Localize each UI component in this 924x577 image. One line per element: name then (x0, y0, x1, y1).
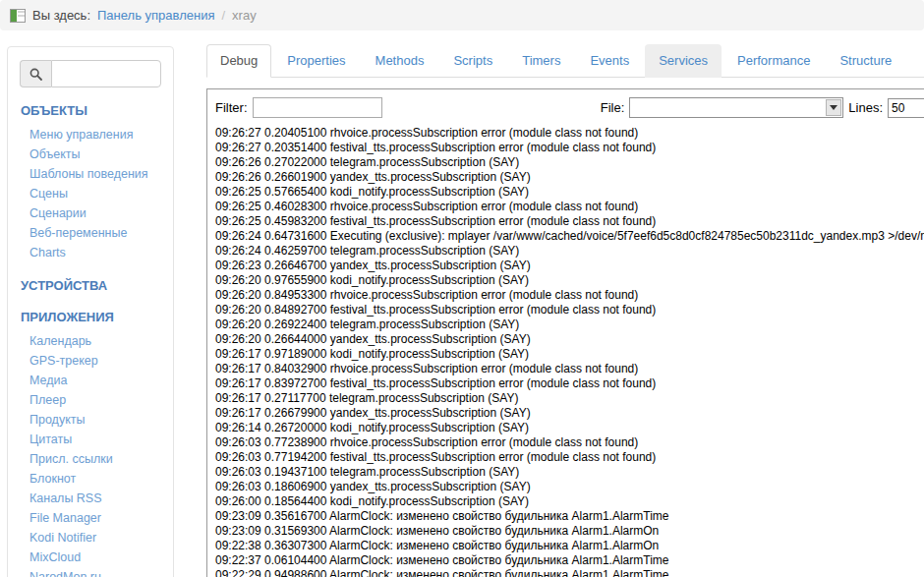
tab[interactable]: Debug (206, 44, 271, 78)
sidebar-item[interactable]: Блокнот (8, 469, 173, 489)
log-line: 09:22:37 0.06104400 AlarmClock: изменено… (215, 553, 924, 568)
search-icon (20, 60, 51, 87)
log-line: 09:26:27 0.20351400 festival_tts.process… (215, 141, 924, 155)
tab-bar: Debug Properties Methods Scripts Timers … (206, 44, 924, 78)
sidebar-section-title: УСТРОЙСТВА (8, 278, 173, 294)
filter-input[interactable] (253, 97, 382, 118)
tab[interactable]: Structure (826, 44, 905, 78)
tab[interactable]: Services (645, 44, 722, 78)
tab[interactable]: Timers (508, 44, 574, 78)
log-output: 09:26:27 0.20405100 rhvoice.processSubsc… (207, 123, 924, 577)
search-input[interactable] (51, 60, 161, 87)
log-line: 09:26:20 0.97655900 kodi_notify.processS… (215, 273, 924, 288)
sidebar-item[interactable]: Сцены (8, 184, 173, 203)
sidebar-item[interactable]: Продукты (8, 410, 173, 430)
log-line: 09:26:26 0.27022000 telegram.processSubs… (215, 155, 924, 170)
log-line: 09:26:17 0.27117700 telegram.processSubs… (215, 391, 924, 406)
sidebar-item[interactable]: Charts (8, 243, 173, 262)
tab[interactable]: Methods (362, 44, 438, 78)
log-line: 09:26:03 0.77238900 rhvoice.processSubsc… (215, 435, 924, 450)
sidebar-section: УСТРОЙСТВА (8, 278, 173, 294)
sidebar-item[interactable]: Присл. ссылки (8, 449, 173, 469)
debug-toolbar: Filter: File: Lines: (207, 89, 924, 123)
sidebar-item[interactable]: Каналы RSS (8, 489, 173, 508)
sidebar-section-title: ПРИЛОЖЕНИЯ (8, 310, 173, 325)
sidebar: ОБЪЕКТЫ Меню управления Объекты Шаблоны … (7, 46, 174, 577)
log-line: 09:26:25 0.46028300 rhvoice.processSubsc… (215, 200, 924, 214)
log-line: 09:23:09 0.31569300 AlarmClock: изменено… (215, 524, 924, 539)
log-line: 09:26:25 0.45983200 festival_tts.process… (215, 214, 924, 229)
tab[interactable]: Performance (723, 44, 824, 78)
sidebar-item[interactable]: File Manager (8, 508, 173, 528)
sidebar-item[interactable]: Календарь (8, 331, 173, 351)
log-line: 09:26:03 0.18606900 yandex_tts.processSu… (215, 480, 924, 494)
breadcrumb: Вы здесь: Панель управления / xray (0, 0, 924, 30)
log-line: 09:26:20 0.84892700 festival_tts.process… (215, 303, 924, 317)
log-line: 09:26:26 0.26601900 yandex_tts.processSu… (215, 170, 924, 185)
sidebar-item[interactable]: Kodi Notifier (8, 528, 173, 548)
log-line: 09:26:27 0.20405100 rhvoice.processSubsc… (215, 126, 924, 141)
sidebar-item[interactable]: Сценарии (8, 203, 173, 223)
log-line: 09:26:17 0.84032900 rhvoice.processSubsc… (215, 362, 924, 376)
breadcrumb-label: Вы здесь: (32, 8, 90, 23)
sidebar-item[interactable]: MixCloud (8, 548, 173, 567)
breadcrumb-current: xray (232, 8, 257, 23)
sidebar-item[interactable]: Медиа (8, 371, 173, 390)
file-label: File: (601, 100, 625, 115)
log-line: 09:26:14 0.26720000 kodi_notify.processS… (215, 421, 924, 435)
sidebar-item[interactable]: Плеер (8, 390, 173, 410)
sidebar-item[interactable]: Шаблоны поведения (8, 164, 173, 184)
log-line: 09:22:29 0.94988600 AlarmClock: изменено… (215, 568, 924, 577)
sidebar-item[interactable]: GPS-трекер (8, 351, 173, 371)
sidebar-section: ПРИЛОЖЕНИЯ Календарь GPS-трекер Медиа Пл… (8, 310, 173, 577)
sidebar-item[interactable]: Веб-переменные (8, 223, 173, 243)
log-line: 09:26:24 0.46259700 telegram.processSubs… (215, 244, 924, 259)
chevron-down-icon[interactable] (826, 99, 841, 116)
sidebar-item[interactable]: Цитаты (8, 430, 173, 449)
sidebar-section-items: Меню управления Объекты Шаблоны поведени… (8, 125, 173, 262)
sidebar-section-items: Календарь GPS-трекер Медиа Плеер Продукт… (8, 331, 173, 577)
sidebar-section: ОБЪЕКТЫ Меню управления Объекты Шаблоны … (8, 103, 173, 262)
sidebar-item[interactable]: Объекты (8, 144, 173, 164)
log-line: 09:26:23 0.26646700 yandex_tts.processSu… (215, 259, 924, 273)
filter-label: Filter: (215, 100, 248, 115)
sidebar-sections: ОБЪЕКТЫ Меню управления Объекты Шаблоны … (8, 103, 173, 577)
log-line: 09:26:17 0.83972700 festival_tts.process… (215, 376, 924, 391)
filter-group: Filter: (215, 97, 382, 118)
log-line: 09:26:25 0.57665400 kodi_notify.processS… (215, 185, 924, 200)
log-line: 09:22:38 0.36307300 AlarmClock: изменено… (215, 539, 924, 553)
log-line: 09:26:24 0.64731600 Executing (exclusive… (215, 229, 924, 244)
home-icon (10, 9, 26, 23)
tab[interactable]: Scripts (439, 44, 506, 78)
log-line: 09:26:20 0.84953300 rhvoice.processSubsc… (215, 288, 924, 303)
log-line: 09:26:03 0.19437100 telegram.processSubs… (215, 465, 924, 480)
sidebar-section-title: ОБЪЕКТЫ (8, 103, 173, 119)
file-select[interactable] (629, 97, 843, 118)
file-lines-group: File: Lines: (601, 97, 924, 118)
log-line: 09:23:09 0.35616700 AlarmClock: изменено… (215, 509, 924, 524)
log-line: 09:26:17 0.26679900 yandex_tts.processSu… (215, 406, 924, 421)
log-line: 09:26:03 0.77194200 festival_tts.process… (215, 450, 924, 465)
tab[interactable]: Events (576, 44, 643, 78)
log-line: 09:26:17 0.97189000 kodi_notify.processS… (215, 347, 924, 362)
lines-label: Lines: (848, 100, 883, 115)
lines-input[interactable] (888, 98, 924, 118)
breadcrumb-separator: / (221, 8, 225, 23)
debug-panel: Filter: File: Lines: 09:26:27 0.20405100… (206, 88, 924, 577)
sidebar-item[interactable]: Меню управления (8, 125, 173, 144)
log-line: 09:26:00 0.18564400 kodi_notify.processS… (215, 494, 924, 509)
sidebar-item[interactable]: NarodMon.ru (8, 567, 173, 577)
sidebar-search (20, 60, 161, 87)
breadcrumb-link-control-panel[interactable]: Панель управления (97, 8, 214, 23)
log-line: 09:26:20 0.26644000 yandex_tts.processSu… (215, 332, 924, 347)
log-line: 09:26:20 0.26922400 telegram.processSubs… (215, 317, 924, 332)
tab[interactable]: Properties (273, 44, 359, 78)
